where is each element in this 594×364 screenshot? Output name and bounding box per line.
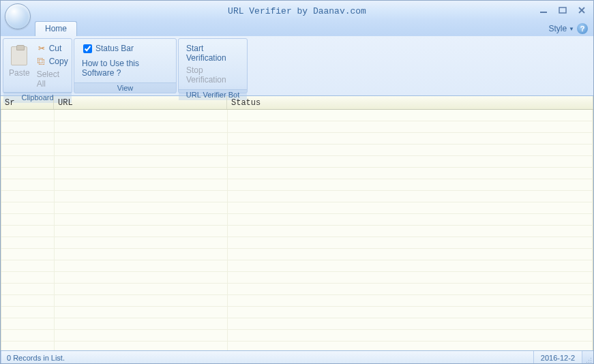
status-bar-checkbox-input[interactable] xyxy=(83,44,92,53)
close-button[interactable] xyxy=(576,5,588,16)
paste-button[interactable]: Paste xyxy=(5,41,33,83)
minimize-button[interactable] xyxy=(537,5,550,16)
ribbon-group-url-verifier-bot: Start Verification Stop Verification URL… xyxy=(178,38,248,93)
table-row[interactable] xyxy=(1,249,593,260)
column-header-sr[interactable]: Sr xyxy=(1,96,54,109)
window-title: URL Verifier by Daanav.com xyxy=(228,6,366,16)
table-row[interactable] xyxy=(1,330,593,342)
table-row[interactable] xyxy=(1,133,593,145)
table-row[interactable] xyxy=(1,121,593,133)
column-header-url[interactable]: URL xyxy=(54,96,227,109)
table-row[interactable] xyxy=(1,191,593,202)
ribbon-group-view: Status Bar How to Use this Software ? Vi… xyxy=(74,38,177,93)
resize-grip[interactable] xyxy=(582,351,593,364)
svg-rect-1 xyxy=(559,7,566,13)
grip-icon xyxy=(585,357,592,363)
cut-button[interactable]: Cut xyxy=(33,42,72,55)
table-row[interactable] xyxy=(1,260,593,272)
start-verification-button[interactable]: Start Verification xyxy=(186,44,239,63)
table-row[interactable] xyxy=(1,284,593,295)
table-row[interactable] xyxy=(1,342,593,350)
chevron-down-icon: ▼ xyxy=(569,26,574,32)
style-dropdown[interactable]: Style ▼ xyxy=(548,24,574,33)
status-bar: 0 Records in List. 2016-12-2 xyxy=(1,350,593,364)
table-row[interactable] xyxy=(1,168,593,179)
app-orb-button[interactable] xyxy=(5,3,31,29)
stop-verification-button[interactable]: Stop Verification xyxy=(186,65,239,85)
table-row[interactable] xyxy=(1,226,593,237)
table-row[interactable] xyxy=(1,202,593,214)
table-row[interactable] xyxy=(1,214,593,226)
status-records: 0 Records in List. xyxy=(1,351,534,364)
table-row[interactable] xyxy=(1,156,593,168)
status-date: 2016-12-2 xyxy=(534,351,582,364)
copy-button[interactable]: Copy xyxy=(33,55,72,67)
table-row[interactable] xyxy=(1,318,593,330)
how-to-use-link[interactable]: How to Use this Software ? xyxy=(79,57,171,79)
column-header-status[interactable]: Status xyxy=(227,96,593,109)
clipboard-icon xyxy=(11,46,27,65)
select-all-button[interactable]: Select All xyxy=(33,68,72,90)
table-row[interactable] xyxy=(1,179,593,191)
tab-home[interactable]: Home xyxy=(35,21,77,36)
grid-header: Sr URL Status xyxy=(1,96,593,110)
table-row[interactable] xyxy=(1,295,593,307)
ribbon-group-clipboard: Paste Cut Copy Select All Clipboard xyxy=(3,38,72,93)
table-row[interactable] xyxy=(1,110,593,121)
group-label-view: View xyxy=(74,82,176,93)
help-icon[interactable]: ? xyxy=(577,23,588,34)
ribbon-tab-strip: Home Style ▼ ? xyxy=(1,21,593,36)
copy-icon xyxy=(37,57,46,66)
style-label: Style xyxy=(548,24,567,33)
table-row[interactable] xyxy=(1,237,593,249)
title-bar: URL Verifier by Daanav.com xyxy=(1,1,593,21)
maximize-button[interactable] xyxy=(556,5,569,16)
scissors-icon xyxy=(37,44,46,53)
grid-body[interactable] xyxy=(1,110,593,350)
table-row[interactable] xyxy=(1,307,593,318)
ribbon: Paste Cut Copy Select All Clipboard xyxy=(1,36,593,96)
table-row[interactable] xyxy=(1,145,593,156)
table-row[interactable] xyxy=(1,272,593,284)
status-bar-checkbox[interactable]: Status Bar xyxy=(79,42,171,55)
